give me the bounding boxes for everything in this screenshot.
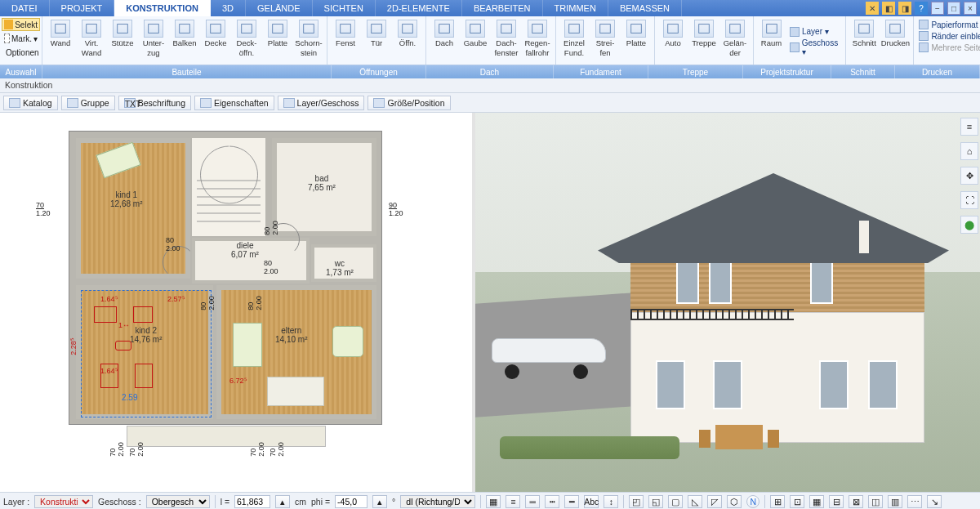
view-2d-floorplan[interactable]: kind 112,68 m² bad7,65 m² diele6,07 m² w… [0,113,475,492]
ribbon-schnitt[interactable]: Schnitt [849,18,880,65]
ribbon-geln[interactable]: Gelän-der [719,18,751,65]
tbtn-eigenschaften[interactable]: Eigenschaften [194,96,274,110]
ribbon-platte[interactable]: Platte [262,18,293,65]
phi-input[interactable] [335,495,368,508]
snap-icon-2[interactable]: ≡ [506,495,520,508]
l-stepper[interactable]: ▴ [275,495,290,508]
ribbon-einzel[interactable]: EinzelFund. [559,18,590,65]
tbtn-katalog[interactable]: Katalog [3,96,58,110]
maximize-icon[interactable]: □ [947,2,960,15]
align-icon-4[interactable]: ◺ [688,495,702,508]
mode-select[interactable]: dl (Richtung/Di [400,495,475,508]
grid-icon-1[interactable]: ⊞ [770,495,785,508]
align-icon-7[interactable]: N [746,495,760,508]
align-icon-6[interactable]: ⬡ [727,495,742,508]
ribbon-link-layer[interactable]: Layer ▾ [790,27,843,37]
print-link[interactable]: Papierformat [919,20,980,29]
snap-icon-3[interactable]: ═ [525,495,540,508]
print-link[interactable]: Mehrere Seiten [919,42,980,52]
ribbon-auto[interactable]: Auto [657,18,688,65]
ribbon-virt[interactable]: Virt.Wand [76,18,107,65]
tab-bearbeiten[interactable]: BEARBEITEN [462,0,543,16]
grid-icon-5[interactable]: ⊠ [849,495,863,508]
decke-icon [206,20,225,38]
ribbon-raum[interactable]: Raum [756,18,786,65]
align-icon-5[interactable]: ◸ [707,495,722,508]
ribbon-treppe[interactable]: Treppe [688,18,719,65]
minimize-icon[interactable]: − [931,2,944,15]
quick-optionen[interactable]: Optionen [2,46,40,59]
tbtn-beschriftung[interactable]: TXTBeschriftung [118,96,191,110]
tbtn-gruppe[interactable]: Gruppe [61,96,115,110]
layer-label: Layer : [3,497,29,507]
tab-projekt[interactable]: PROJEKT [50,0,115,16]
tab-3d[interactable]: 3D [211,0,246,16]
ribbon-drucken[interactable]: Drucken [880,18,911,65]
ribbon-tr[interactable]: Tür [361,18,392,65]
snap-icon-1[interactable]: ▦ [486,495,501,508]
ribbon-ffn[interactable]: Öffn. [392,18,423,65]
tab-2d-elemente[interactable]: 2D-ELEMENTE [376,0,462,16]
tbtn-greposition[interactable]: Größe/Position [368,96,450,110]
tool-icon-3[interactable]: ◨ [898,2,911,15]
ribbon-balken[interactable]: Balken [169,18,200,65]
ribbon-gaube[interactable]: Gaube [460,18,491,65]
tab-gelaende[interactable]: GELÄNDE [246,0,313,16]
terrain-icon[interactable]: ⬤ [960,216,978,234]
align-icon-3[interactable]: ▢ [668,495,683,508]
close-icon[interactable]: × [964,2,977,15]
ribbon-unter[interactable]: Unter-zug [138,18,169,65]
tab-datei[interactable]: DATEI [0,0,50,16]
orbit-icon[interactable]: ✥ [960,167,978,185]
regen-icon [528,20,547,38]
tbtn-icon [200,98,212,108]
ribbon-decke[interactable]: Decke [200,18,231,65]
geschoss-select[interactable]: Obergesch… [146,495,210,508]
snap-icon-4[interactable]: ┅ [545,495,559,508]
ribbon-deck[interactable]: Deck-öffn. [231,18,262,65]
ribbon-dach[interactable]: Dach [429,18,460,65]
ribbon-platte[interactable]: Platte [621,18,652,65]
phi-stepper[interactable]: ▴ [372,495,387,508]
grid-icon-6[interactable]: ◫ [868,495,883,508]
snap-icon-7[interactable]: ↕ [604,495,618,508]
tab-trimmen[interactable]: TRIMMEN [543,0,608,16]
align-icon-2[interactable]: ◱ [648,495,663,508]
print-link[interactable]: Ränder einblend. [919,31,980,41]
fit-icon[interactable]: ⌂ [960,142,978,160]
svg-rect-0 [56,25,66,33]
grid-icon-3[interactable]: ▦ [809,495,824,508]
ribbon-link-geschoss[interactable]: Geschoss ▾ [790,38,843,56]
tab-bemassen[interactable]: BEMASSEN [608,0,682,16]
tab-sichten[interactable]: SICHTEN [313,0,376,16]
ribbon-regen[interactable]: Regen-fallrohr [522,18,553,65]
ribbon-wand[interactable]: Wand [45,18,76,65]
ribbon-strei[interactable]: Strei-fen [590,18,621,65]
l-input[interactable] [234,495,270,508]
quick-selekt[interactable]: Selekt [2,18,40,31]
help-icon[interactable]: ? [915,2,928,15]
tool-icon-2[interactable]: ◧ [882,2,895,15]
subtab-konstruktion[interactable]: Konstruktion [0,78,980,93]
tbtn-layergeschoss[interactable]: Layer/Geschoss [278,96,365,110]
grid-icon-9[interactable]: ↘ [927,495,942,508]
tool-icon-1[interactable]: ✕ [866,2,879,15]
grid-icon-2[interactable]: ⊡ [790,495,804,508]
quick-mark[interactable]: Mark. ▾ [2,32,40,45]
grid-icon-8[interactable]: ⋯ [907,495,922,508]
expand-icon[interactable]: ⛶ [960,191,978,209]
ribbon-sttze[interactable]: Stütze [107,18,138,65]
ribbon-dach[interactable]: Dach-fenster [491,18,522,65]
align-icon-1[interactable]: ◰ [629,495,644,508]
unter-icon [144,20,163,38]
ribbon-schorn[interactable]: Schorn-stein [293,18,324,65]
grid-icon-7[interactable]: ▥ [888,495,902,508]
snap-icon-5[interactable]: ━ [564,495,579,508]
ribbon-fenst[interactable]: Fenst [330,18,361,65]
layers-icon[interactable]: ≡ [960,118,978,136]
snap-icon-6[interactable]: Abc [584,495,599,508]
view-3d-render[interactable]: ≡ ⌂ ✥ ⛶ ⬤ [475,113,980,492]
tab-konstruktion[interactable]: KONSTRUKTION [114,0,211,16]
grid-icon-4[interactable]: ⊟ [829,495,844,508]
layer-select[interactable]: Konstruktio [34,495,93,508]
